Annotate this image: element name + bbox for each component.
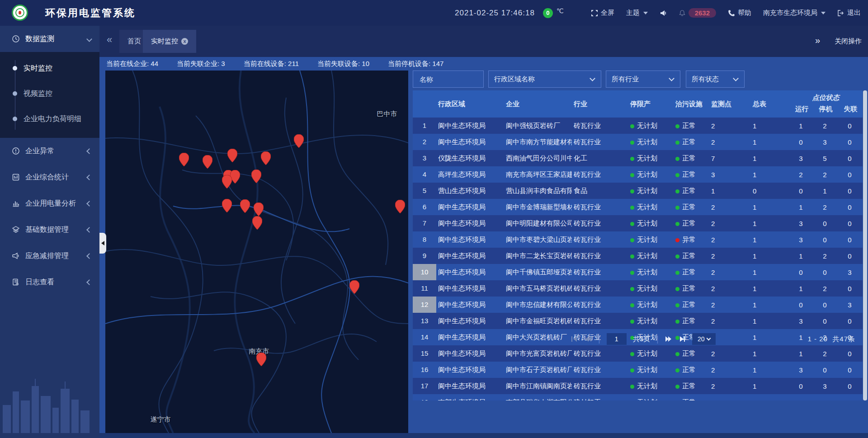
table-row[interactable]: 10阆中生态环境局阆中千佛镇五郎垭页岩砖瓦行业无计划正常21003 [413, 264, 863, 280]
sidebar-item-6[interactable]: 日志查看 [0, 269, 99, 295]
stat-item-2: 当前在线设备: 211 [244, 60, 299, 68]
vertical-scrollbar[interactable] [863, 90, 867, 400]
gauge-icon [12, 35, 20, 43]
name-filter-input[interactable] [413, 71, 484, 88]
chevron-left-icon [86, 227, 92, 233]
tab-close-icon[interactable]: x [181, 38, 188, 45]
app-window: 环保用电监管系统 2021-02-25 17:46:18 0 ℃ 全屏 主题 [0, 0, 868, 438]
pagination-bar: | 1 共3页 | 20 1 - 20 共47条 [413, 330, 863, 348]
map-pin-icon[interactable] [294, 134, 304, 148]
table-row[interactable]: 17阆中生态环境局阆中市江南镇阆南页岩砖瓦行业无计划正常21030 [413, 378, 863, 394]
table-row[interactable]: 12阆中生态环境局阆中市忠信建材有限公砖瓦行业无计划正常21003 [413, 297, 863, 313]
help-button[interactable]: 帮助 [728, 9, 751, 17]
sidebar-item-4[interactable]: 基础数据管理 [0, 217, 99, 243]
sidebar-item-label: 应急减排管理 [25, 251, 69, 261]
tab-realtime-monitor[interactable]: 实时监控 x [143, 30, 196, 53]
temperature-indicator: 0 ℃ [543, 8, 564, 18]
cell-plan: 无计划 [628, 138, 674, 146]
table-body: 1阆中生态环境局阆中强锐页岩砖厂砖瓦行业无计划正常211202阆中生态环境局阆中… [413, 118, 863, 400]
chevron-left-icon [86, 201, 92, 207]
map-pin-icon[interactable] [240, 199, 250, 213]
notification-area[interactable]: 2632 [679, 8, 716, 18]
table-row[interactable]: 4高坪生态环境局南充市高坪区王家店建砖瓦行业无计划正常31220 [413, 166, 863, 183]
map-pin-icon[interactable] [254, 203, 264, 216]
page-size-select[interactable]: 20 [692, 333, 716, 345]
table-row[interactable]: 13阆中生态环境局阆中市金福旺页岩机砖砖瓦行业无计划正常21300 [413, 313, 863, 329]
tabs-scroll-right-button[interactable]: » [815, 36, 820, 45]
table-row[interactable]: 18南部生态环境局南部县瑞华太湖有限公建材加工无计划正常60060 [413, 394, 863, 400]
user-dropdown[interactable]: 南充市生态环境局 [763, 9, 826, 17]
cell-run: 3 [789, 155, 813, 162]
map-pin-icon[interactable] [251, 170, 261, 183]
sidebar-collapse-button[interactable] [99, 233, 106, 254]
sidebar-item-2[interactable]: 企业综合统计 [0, 164, 99, 190]
industry-filter-dropdown[interactable]: 所有行业 [606, 71, 680, 88]
chevron-left-icon [86, 174, 92, 180]
current-page-input[interactable]: 1 [607, 333, 627, 345]
cell-region: 仪陇生态环境局 [436, 154, 504, 163]
table-row[interactable]: 11阆中生态环境局阆中市五马桥页岩机砖砖瓦行业无计划正常21120 [413, 280, 863, 297]
table-row[interactable]: 5营山生态环境局营山县润丰肉食品有限食品无计划正常10010 [413, 183, 863, 199]
table-row[interactable]: 9阆中生态环境局阆中市二龙长宝页岩砖砖瓦行业无计划正常21120 [413, 248, 863, 264]
table-row[interactable]: 3仪陇生态环境局西南油气田分公司川中化工无计划正常71350 [413, 150, 863, 166]
status-dot-icon [630, 303, 634, 307]
last-page-button[interactable] [679, 336, 686, 342]
map-pin-icon[interactable] [203, 155, 212, 169]
next-page-button[interactable] [665, 336, 672, 342]
map-pin-icon[interactable] [222, 175, 232, 188]
table-row[interactable]: 7阆中生态环境局阆中明阳建材有限公司砖瓦行业无计划正常21300 [413, 215, 863, 231]
status-filter-dropdown[interactable]: 所有状态 [686, 71, 745, 88]
sidebar-subitem-0-2[interactable]: 企业电力负荷明细 [0, 106, 99, 132]
first-page-button[interactable] [571, 336, 578, 342]
prev-page-button[interactable] [585, 336, 592, 342]
region-filter-dropdown[interactable]: 行政区域名称 [488, 71, 601, 88]
top-header: 环保用电监管系统 2021-02-25 17:46:18 0 ℃ 全屏 主题 [0, 0, 868, 26]
volume-button[interactable] [660, 9, 667, 17]
cell-total: 1 [748, 203, 789, 211]
logout-button[interactable]: 退出 [837, 9, 861, 17]
sidebar-subitem-0-0[interactable]: 实时监控 [0, 56, 99, 81]
map-pin-icon[interactable] [395, 200, 405, 213]
map-pin-icon[interactable] [261, 151, 271, 165]
app-title: 环保用电监管系统 [45, 6, 136, 20]
sidebar-item-1[interactable]: 企业异常 [0, 138, 99, 164]
table-row[interactable]: 2阆中生态环境局阆中市南方节能建材有砖瓦行业无计划正常21030 [413, 134, 863, 150]
cell-stop: 1 [813, 187, 837, 195]
map-pin-icon[interactable] [349, 280, 359, 294]
sidebar-subitem-0-1[interactable]: 视频监控 [0, 81, 99, 106]
map-panel[interactable]: 巴中市南充市遂宁市 [105, 71, 408, 433]
table-row[interactable]: 1阆中生态环境局阆中强锐页岩砖厂砖瓦行业无计划正常21120 [413, 118, 863, 134]
sidebar-item-label: 企业综合统计 [25, 173, 69, 182]
status-dot-icon [630, 385, 634, 389]
stat-item-3: 当前失联设备: 10 [317, 60, 369, 68]
stats-icon [12, 173, 20, 181]
cell-total: 1 [748, 366, 789, 374]
cell-lost: 0 [837, 285, 863, 292]
row-index: 12 [413, 297, 436, 313]
name-input[interactable] [419, 75, 478, 84]
table-row[interactable]: 6阆中生态环境局阆中市金博瑞新型墙材砖瓦行业无计划正常21120 [413, 199, 863, 215]
cell-facility: 正常 [674, 170, 708, 179]
map-pin-icon[interactable] [227, 149, 237, 162]
chevron-left-icon [86, 279, 92, 285]
table-row[interactable]: 8阆中生态环境局阆中市枣碧大梁山页岩砖瓦行业无计划异常21300 [413, 231, 863, 248]
cell-points: 6 [708, 399, 748, 401]
map-pin-icon[interactable] [252, 216, 262, 230]
sidebar-item-5[interactable]: 应急减排管理 [0, 243, 99, 269]
chevron-left-icon [86, 148, 92, 154]
close-operations-button[interactable]: 关闭操作 [835, 37, 862, 46]
row-index: 4 [413, 166, 436, 183]
map-pin-icon[interactable] [179, 153, 189, 166]
sidebar-item-0[interactable]: 数据监测 [0, 26, 99, 52]
sidebar-item-3[interactable]: 企业用电量分析 [0, 190, 99, 217]
cell-run: 2 [789, 171, 813, 179]
col-facility: 治污设施 [674, 100, 708, 108]
fullscreen-button[interactable]: 全屏 [591, 9, 614, 17]
status-dot-icon [630, 189, 634, 193]
map-pin-icon[interactable] [256, 353, 266, 366]
tabs-scroll-left-button[interactable]: « [107, 35, 112, 45]
map-pin-icon[interactable] [222, 199, 232, 212]
cell-company: 营山县润丰肉食品有限 [504, 187, 572, 195]
theme-dropdown[interactable]: 主题 [626, 9, 648, 17]
table-row[interactable]: 16阆中生态环境局阆中市石子页岩机砖厂砖瓦行业无计划正常21300 [413, 362, 863, 378]
